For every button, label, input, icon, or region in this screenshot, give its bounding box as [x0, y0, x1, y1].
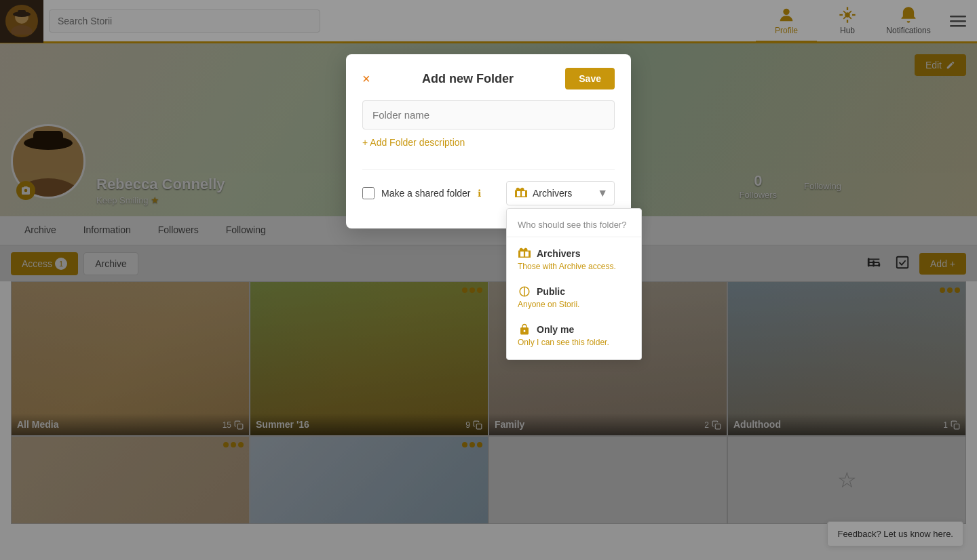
modal-overlay: × Add new Folder Save + Add Folder descr…: [0, 0, 977, 560]
visibility-dropdown-button[interactable]: Archivers: [506, 181, 615, 205]
only-me-row: Only me: [518, 323, 630, 336]
modal-body: + Add Folder description Make a shared f…: [346, 100, 631, 228]
public-desc: Anyone on Storii.: [518, 300, 630, 309]
dropdown-item-only-me[interactable]: Only me Only I can see this folder.: [507, 316, 641, 354]
shared-folder-row: Make a shared folder ℹ Archivers ▼ Who s…: [362, 181, 615, 205]
archivers-row: Archivers: [518, 247, 630, 260]
globe-option-icon: [518, 285, 531, 298]
visibility-dropdown: Archivers ▼ Who should see this folder?: [506, 181, 615, 205]
archive-option-icon: [518, 247, 531, 260]
dropdown-item-public[interactable]: Public Anyone on Storii.: [507, 278, 641, 316]
only-me-desc: Only I can see this folder.: [518, 338, 630, 347]
modal-close-button[interactable]: ×: [362, 71, 370, 87]
info-icon[interactable]: ℹ: [478, 188, 481, 199]
only-me-name: Only me: [537, 324, 574, 335]
public-name: Public: [537, 286, 565, 297]
add-folder-modal: × Add new Folder Save + Add Folder descr…: [346, 54, 631, 228]
modal-divider: [362, 169, 615, 170]
public-row: Public: [518, 285, 630, 298]
modal-header: × Add new Folder Save: [346, 54, 631, 100]
modal-save-button[interactable]: Save: [565, 68, 615, 89]
dropdown-item-archivers[interactable]: Archivers Those with Archive access.: [507, 240, 641, 278]
dropdown-menu-header: Who should see this folder?: [507, 214, 641, 237]
shared-folder-label: Make a shared folder: [381, 188, 471, 199]
archive-icon: [515, 187, 527, 199]
archivers-desc: Those with Archive access.: [518, 262, 630, 271]
add-description-link[interactable]: + Add Folder description: [362, 137, 465, 148]
archivers-name: Archivers: [537, 248, 581, 259]
shared-folder-checkbox[interactable]: [362, 187, 375, 199]
dropdown-menu: Who should see this folder? Archivers Th…: [506, 208, 642, 360]
modal-title: Add new Folder: [422, 72, 514, 86]
lock-option-icon: [518, 323, 531, 336]
folder-name-input[interactable]: [362, 100, 615, 129]
